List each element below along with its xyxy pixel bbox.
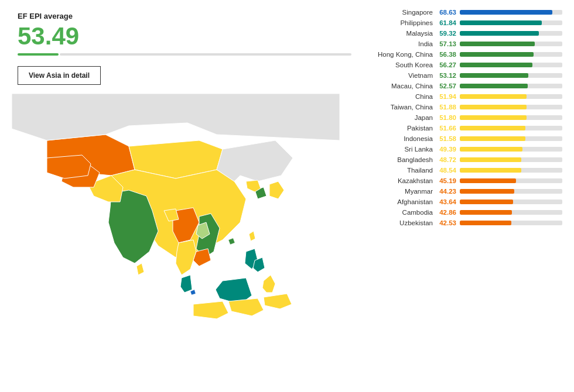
country-score: 57.13 [436, 40, 460, 47]
score-bar-track [460, 210, 562, 215]
table-row: Taiwan, China51.88 [369, 104, 562, 111]
score-bar-fill [460, 52, 534, 57]
country-name: Cambodia [369, 209, 436, 216]
table-row: China51.94 [369, 93, 562, 100]
country-score: 51.94 [436, 93, 460, 100]
score-bar-track [460, 178, 562, 183]
table-row: Japan51.80 [369, 114, 562, 121]
country-score: 59.32 [436, 30, 460, 37]
score-bar-fill [460, 189, 514, 194]
table-row: Kazakhstan45.19 [369, 177, 562, 184]
country-name: China [369, 93, 436, 100]
country-score: 56.38 [436, 51, 460, 58]
country-score: 68.63 [436, 9, 460, 16]
score-bar-track [460, 63, 562, 67]
table-row: India57.13 [369, 40, 562, 47]
score-bar-track [460, 84, 562, 88]
country-name: Sri Lanka [369, 146, 436, 153]
map-svg [12, 94, 340, 369]
country-name: Malaysia [369, 30, 436, 37]
country-score: 42.53 [436, 219, 460, 226]
average-value: 53.49 [18, 24, 351, 49]
country-name: India [369, 40, 436, 47]
score-bar-fill [460, 136, 525, 141]
country-name: Bangladesh [369, 156, 436, 163]
score-bar-track [460, 10, 562, 15]
score-bar-track [460, 157, 562, 162]
country-name: Pakistan [369, 125, 436, 132]
score-bar-track [460, 200, 562, 204]
score-bar-track [460, 136, 562, 141]
score-bar-fill [460, 210, 512, 215]
score-bar-fill [460, 63, 532, 67]
country-score: 48.72 [436, 156, 460, 163]
score-bar-fill [460, 178, 516, 183]
score-bar-track [460, 73, 562, 78]
score-bar-track [460, 20, 562, 25]
country-score: 52.57 [436, 82, 460, 90]
progress-bg [60, 53, 351, 56]
score-bar-fill [460, 73, 528, 78]
country-name: Afghanistan [369, 198, 436, 205]
table-row: Philippines61.84 [369, 19, 562, 26]
country-score: 56.27 [436, 61, 460, 68]
country-name: Myanmar [369, 188, 436, 195]
score-bar-track [460, 105, 562, 109]
score-bar-track [460, 221, 562, 225]
country-name: Kazakhstan [369, 177, 436, 184]
progress-fill [18, 53, 59, 56]
country-score: 45.19 [436, 177, 460, 184]
country-score: 51.80 [436, 114, 460, 121]
table-row: Pakistan51.66 [369, 125, 562, 132]
score-bar-fill [460, 10, 552, 15]
country-name: Singapore [369, 9, 436, 16]
table-row: Bangladesh48.72 [369, 156, 562, 163]
country-score: 51.58 [436, 135, 460, 142]
score-bar-fill [460, 168, 521, 173]
country-score: 53.12 [436, 72, 460, 79]
right-panel: Singapore68.63Philippines61.84Malaysia59… [363, 0, 574, 392]
table-row: Singapore68.63 [369, 9, 562, 16]
country-name: Indonesia [369, 135, 436, 142]
country-name: Hong Kong, China [369, 51, 436, 58]
score-bar-track [460, 31, 562, 36]
score-bar-track [460, 42, 562, 46]
score-bar-track [460, 168, 562, 173]
table-row: Myanmar44.23 [369, 188, 562, 195]
score-bar-fill [460, 42, 535, 46]
score-bar-track [460, 115, 562, 120]
table-row: South Korea56.27 [369, 61, 562, 68]
ef-epi-label: EF EPI average [18, 12, 351, 20]
score-bar-track [460, 52, 562, 57]
country-name: Philippines [369, 19, 436, 26]
country-score: 61.84 [436, 19, 460, 26]
score-bar-fill [460, 94, 527, 99]
progress-bar [18, 53, 351, 56]
score-bar-fill [460, 200, 513, 204]
country-score: 43.64 [436, 198, 460, 205]
table-row: Afghanistan43.64 [369, 198, 562, 205]
table-row: Uzbekistan42.53 [369, 219, 562, 226]
view-asia-detail-button[interactable]: View Asia in detail [18, 66, 101, 85]
left-panel: EF EPI average 53.49 View Asia in detail [0, 0, 363, 392]
country-score: 44.23 [436, 188, 460, 195]
asia-map [12, 94, 340, 369]
table-row: Cambodia42.86 [369, 209, 562, 216]
score-bar-fill [460, 84, 528, 88]
table-row: Hong Kong, China56.38 [369, 51, 562, 58]
score-bar-fill [460, 221, 511, 225]
country-score: 42.86 [436, 209, 460, 216]
score-bar-fill [460, 126, 525, 130]
country-score: 51.66 [436, 125, 460, 132]
country-name: Uzbekistan [369, 219, 436, 226]
table-row: Vietnam53.12 [369, 72, 562, 79]
country-name: Vietnam [369, 72, 436, 79]
score-bar-fill [460, 147, 522, 152]
country-name: Japan [369, 114, 436, 121]
country-score: 49.39 [436, 146, 460, 153]
score-bar-fill [460, 115, 527, 120]
score-bar-fill [460, 157, 521, 162]
country-name: Taiwan, China [369, 104, 436, 111]
score-bar-track [460, 147, 562, 152]
country-name: Macau, China [369, 82, 436, 90]
